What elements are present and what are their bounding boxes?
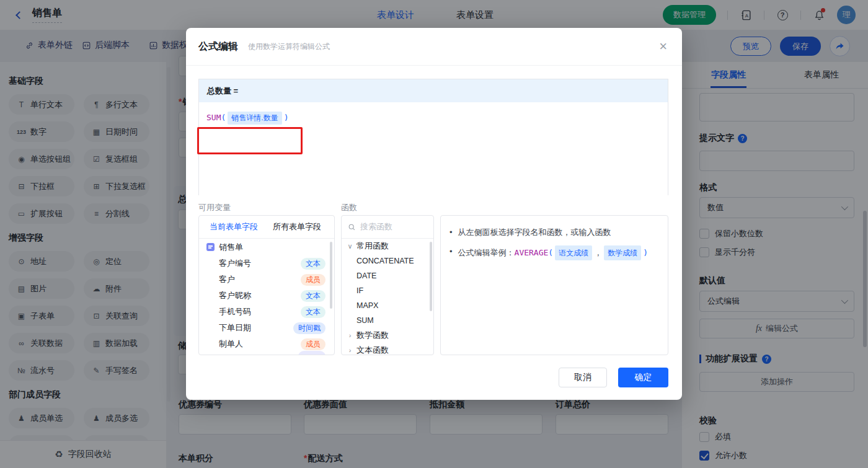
functions-label: 函数 <box>341 202 357 213</box>
modal-subtitle: 使用数学运算符编辑公式 <box>248 42 330 52</box>
group-math-functions[interactable]: ›数学函数 <box>342 328 433 343</box>
tab-all-form-fields[interactable]: 所有表单字段 <box>273 221 321 232</box>
cancel-button[interactable]: 取消 <box>559 368 607 387</box>
function-item[interactable]: DATE <box>342 268 433 283</box>
formula-keyword: SUM <box>206 113 221 122</box>
variable-row[interactable]: 下单日期时间戳 <box>199 320 334 336</box>
variables-scrollbar[interactable] <box>330 242 332 309</box>
function-search-input[interactable]: 搜索函数 <box>342 216 433 239</box>
function-item[interactable]: IF <box>342 283 433 298</box>
function-item[interactable]: SUM <box>342 313 433 328</box>
chevron-collapsed-icon: › <box>347 332 353 339</box>
tip-line-2: •公式编辑举例：AVERAGE(语文成绩，数学成绩) <box>450 245 659 260</box>
search-placeholder: 搜索函数 <box>360 221 392 232</box>
functions-scrollbar[interactable] <box>430 242 432 311</box>
type-tag: 成员 <box>301 274 326 286</box>
type-tag: 文本 <box>301 306 326 318</box>
chevron-collapsed-icon: › <box>347 347 353 354</box>
tips-panel: •从左侧面板选择字段名和函数，或输入函数 •公式编辑举例：AVERAGE(语文成… <box>440 215 668 355</box>
tree-root-sales-order[interactable]: 销售单 <box>199 239 334 255</box>
function-item[interactable]: MAPX <box>342 298 433 313</box>
type-tag: 时间戳 <box>293 322 326 334</box>
group-text-functions[interactable]: ›文本函数 <box>342 343 433 355</box>
tip-line-1: •从左侧面板选择字段名和函数，或输入函数 <box>450 226 659 239</box>
function-item[interactable]: CONCATENATE <box>342 254 433 268</box>
example-keyword: AVERAGE <box>515 248 549 257</box>
example-chip: 数学成绩 <box>604 245 641 260</box>
field-chip[interactable]: 销售详情.数量 <box>228 112 281 125</box>
example-chip: 语文成绩 <box>555 245 592 260</box>
tab-current-form-fields[interactable]: 当前表单字段 <box>210 221 258 232</box>
group-common-functions[interactable]: ∨常用函数 <box>342 239 433 254</box>
variable-row[interactable]: 客户成员 <box>199 272 334 288</box>
formula-editor: 总数量 = SUM(销售详情.数量) <box>198 79 668 195</box>
red-annotation-box <box>197 127 303 154</box>
confirm-button[interactable]: 确定 <box>618 368 668 387</box>
type-tag: 成员 <box>301 338 326 350</box>
variable-row[interactable]: 客户编号文本 <box>199 255 334 272</box>
formula-target: 总数量 = <box>199 79 668 102</box>
search-icon <box>348 223 356 231</box>
app-window: 销售单 表单设计 表单设置 数据管理 A ? 理 表单外链 后端脚本 数据权 <box>0 0 868 468</box>
formula-edit-modal: 公式编辑 使用数学运算符编辑公式 × 总数量 = SUM(销售详情.数量) 可用… <box>186 28 682 400</box>
variables-panel: 当前表单字段 所有表单字段 销售单 客户编号文本 客户成员 客户昵称文本 手机号… <box>198 215 335 355</box>
formula-input-area[interactable]: SUM(销售详情.数量) <box>199 102 668 195</box>
type-tag: 文本 <box>301 258 326 270</box>
clipped-tag <box>298 351 326 355</box>
close-icon[interactable]: × <box>659 40 667 53</box>
variable-row[interactable]: 制单人成员 <box>199 336 334 352</box>
chevron-expanded-icon: ∨ <box>347 242 353 250</box>
variable-row[interactable]: 手机号码文本 <box>199 304 334 320</box>
variable-row[interactable]: 客户昵称文本 <box>199 288 334 304</box>
functions-panel: 搜索函数 ∨常用函数 CONCATENATE DATE IF MAPX SUM … <box>341 215 434 355</box>
type-tag: 文本 <box>301 290 326 302</box>
form-doc-icon <box>206 243 215 251</box>
modal-title: 公式编辑 <box>198 40 238 53</box>
variables-label: 可用变量 <box>198 202 231 213</box>
